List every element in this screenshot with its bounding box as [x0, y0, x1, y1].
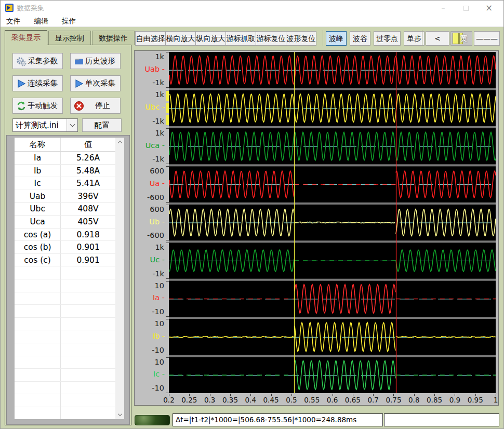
x-axis-label: 1	[484, 396, 504, 404]
sidebar-tabpage: 采集参数历史波形连续采集单次采集手动触发停止 计算测试.ini 配置 名称值Ia…	[5, 45, 131, 425]
tab-1[interactable]: 显示控制	[48, 31, 91, 45]
y-min-label: -10	[152, 307, 164, 316]
cursor-color-selector[interactable]: 黄	[450, 31, 472, 46]
sidebar-button-label: 手动触发	[28, 101, 58, 111]
table-cell-name	[15, 279, 61, 292]
table-scrollbar[interactable]	[115, 138, 124, 419]
color-label: 黄	[460, 34, 468, 44]
sidebar-button-1[interactable]: 历史波形	[70, 53, 121, 69]
table-cell-name: cos (a)	[15, 229, 61, 241]
table-cell-value: 0.901	[61, 254, 115, 266]
toolbar-button-g2-2[interactable]: 过零点	[374, 31, 401, 46]
table-cell-name	[15, 356, 61, 369]
close-button[interactable]: ×	[478, 1, 500, 15]
table-row	[15, 394, 115, 407]
toolbar-button-g1-2[interactable]: 纵向放大	[195, 31, 226, 46]
sidebar-button-label: 连续采集	[28, 78, 58, 88]
toolbar-button-g2-0[interactable]: 波峰	[326, 31, 347, 46]
toolbar-button-g1-0[interactable]: 自由选择	[135, 31, 166, 46]
table-row: Uca405V	[15, 216, 115, 229]
config-file-combobox[interactable]: 计算测试.ini	[12, 118, 78, 132]
y-min-label: -600	[147, 231, 164, 239]
toolbar-button-g1-4[interactable]: 游标复位	[256, 31, 286, 46]
sidebar-button-label: 历史波形	[85, 56, 115, 66]
scroll-up-icon[interactable]	[115, 138, 124, 146]
table-cell-value: 值	[61, 138, 115, 151]
toolbar-button-g2-3[interactable]: 单步	[404, 31, 425, 46]
toolbar-button-g1-5[interactable]: 波形复位	[286, 31, 316, 46]
step-right-button[interactable]: ———>	[474, 31, 500, 46]
refresh-icon	[16, 101, 26, 111]
window-title: 数据采集	[17, 4, 44, 13]
table-cell-name: Ubc	[15, 203, 61, 215]
x-axis-label: 0.6	[321, 396, 344, 404]
y-min-label: -10	[152, 384, 164, 392]
table-cell-value: 5.48A	[61, 165, 115, 177]
configure-button[interactable]: 配置	[82, 118, 122, 132]
sidebar-button-4[interactable]: 手动触发	[12, 98, 63, 114]
table-cell-name: 名称	[15, 138, 61, 151]
table-cell-name: Uca	[15, 216, 61, 228]
table-cell-value	[61, 305, 115, 317]
table-cell-value: 0.901	[61, 241, 115, 253]
cursor-delta-readout: Δt=|t1-t2|*1000=|506.68-755.56|*1000=248…	[173, 413, 383, 426]
tab-2[interactable]: 数据操作	[92, 31, 135, 45]
y-min-label: -1k	[152, 78, 164, 87]
x-axis-label: 0.7	[362, 396, 384, 404]
table-cell-value: 408V	[61, 203, 115, 215]
table-cell-name	[15, 394, 61, 407]
waveform-panel: 1kUab --1k1kUbc --1k1kUca --1k600Ua --60…	[134, 50, 499, 406]
waveform-plot[interactable]	[169, 52, 496, 393]
menu-file[interactable]: 文件	[1, 15, 26, 28]
tab-0[interactable]: 采集显示	[5, 30, 47, 45]
channel-name-label: Ib -	[153, 332, 165, 340]
toolbar-button-g1-3[interactable]: 游标抓取	[226, 31, 256, 46]
sidebar-button-5[interactable]: 停止	[70, 98, 121, 114]
sidebar-button-3[interactable]: 单次采集	[70, 75, 121, 91]
play-icon	[16, 78, 26, 89]
table-row	[15, 356, 115, 369]
table-row	[15, 292, 115, 305]
table-cell-value	[61, 407, 115, 419]
table-row: cos (a)0.918	[15, 229, 115, 242]
x-axis-label: 0.45	[260, 396, 283, 404]
table-cell-name: Ib	[15, 165, 61, 177]
minimize-button[interactable]: –	[432, 1, 455, 15]
yellow-bar	[453, 33, 459, 44]
chevron-down-icon[interactable]	[67, 119, 77, 131]
y-min-label: -1k	[152, 270, 164, 278]
channel-name-label: Ua -	[150, 179, 165, 187]
table-row: Ic5.41A	[15, 177, 115, 190]
config-file-value: 计算测试.ini	[16, 120, 59, 130]
table-cell-value: 5.41A	[61, 177, 115, 190]
maximize-button[interactable]	[455, 1, 478, 15]
folder-icon	[74, 56, 84, 66]
table-row	[15, 369, 115, 382]
toolbar-button-g1-1[interactable]: 横向放大	[165, 31, 196, 46]
table-cell-value	[61, 356, 115, 369]
menu-operate[interactable]: 操作	[56, 15, 82, 28]
table-cell-value	[61, 394, 115, 407]
y-max-label: 10	[155, 281, 164, 290]
table-cell-name	[15, 266, 61, 279]
title-bar: 数据采集 – ×	[1, 1, 503, 15]
channel-name-label: Uab -	[144, 65, 165, 73]
play-icon	[74, 78, 84, 89]
x-axis-label: 0.2	[157, 396, 180, 404]
sidebar-button-2[interactable]: 连续采集	[12, 75, 63, 91]
stop-icon	[74, 101, 84, 111]
y-min-label: -1k	[152, 155, 164, 163]
channel-name-label: Uc -	[150, 256, 165, 264]
scroll-down-icon[interactable]	[115, 410, 124, 419]
step-left-button[interactable]: <———	[426, 31, 449, 46]
table-cell-name: Ic	[15, 177, 61, 190]
toolbar-button-g2-1[interactable]: 波谷	[350, 31, 370, 46]
table-row	[15, 407, 115, 419]
toolbar-separator	[323, 30, 323, 46]
toolbar-separator	[422, 30, 422, 46]
menu-edit[interactable]: 编辑	[28, 15, 54, 28]
table-row: cos (c)0.901	[15, 254, 115, 267]
table-cell-value	[61, 266, 115, 279]
table-cell-value	[61, 369, 115, 381]
sidebar-button-0[interactable]: 采集参数	[12, 53, 63, 69]
